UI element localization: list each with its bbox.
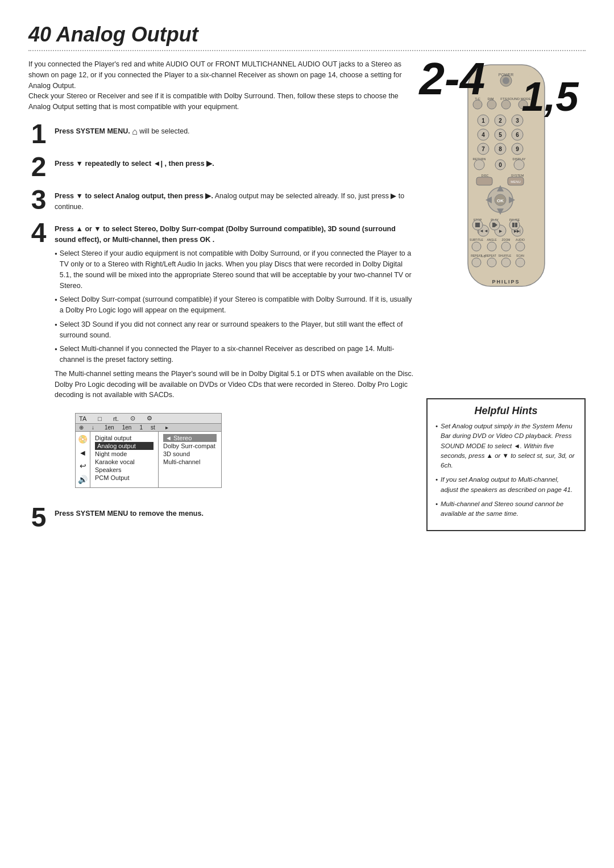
step-numbers-1-5: 1,5 [521,76,578,117]
svg-text:DISC: DISC [481,174,488,177]
svg-text:REPEAT: REPEAT [485,254,496,257]
svg-point-71 [501,242,511,251]
svg-rect-59 [475,223,480,227]
svg-rect-39 [476,177,492,185]
step-number-3: 3 [28,186,49,214]
step-4-bullets: Select Stereo if your audio equipment is… [55,248,415,365]
left-column: If you connected the Player's red and wh… [28,59,415,531]
helpful-hints-box: Helpful Hints Set Analog output simply i… [426,398,586,531]
svg-text:9: 9 [516,146,519,152]
step-2: 2 Press ▼ repeatedly to select ◄| , then… [28,153,415,181]
menu-left-options: Digital output Analog output Night mode … [90,432,159,487]
menu-right-options: ◄ Stereo Dolby Surr-compat 3D sound Mult… [159,432,221,487]
svg-point-3 [503,77,509,84]
svg-text:1: 1 [482,118,485,124]
step-number-2: 2 [28,153,49,181]
svg-point-78 [472,258,481,267]
svg-text:0: 0 [499,162,502,168]
svg-text:OK: OK [497,198,504,203]
svg-point-79 [487,258,496,267]
svg-text:7: 7 [482,146,485,152]
svg-point-36 [514,160,524,170]
step-number-1: 1 [28,120,49,148]
menu-icons: 📀 ◄ ↩ 🔊 [76,432,90,487]
svg-text:4: 4 [482,132,485,138]
svg-text:ANGLE: ANGLE [487,238,497,241]
svg-point-80 [501,258,511,267]
svg-point-33 [474,160,484,170]
svg-text:SUBTITLE: SUBTITLE [470,238,484,241]
svg-text:POWER: POWER [498,73,513,77]
svg-text:SHUFFLE: SHUFFLE [498,254,511,257]
svg-text:8: 8 [499,146,502,152]
svg-rect-63 [512,223,515,227]
step-number-5: 5 [28,504,49,531]
helpful-hints-title: Helpful Hints [435,405,576,417]
svg-text:PHILIPS: PHILIPS [492,279,520,285]
menu-header: TA □ rt. ⊙ ⚙ [76,414,221,424]
page-title: 40 Analog Output [28,23,586,47]
svg-text:AUDIO: AUDIO [516,238,525,241]
svg-text:ZOOM: ZOOM [501,238,510,241]
hint-1: Set Analog output simply in the System M… [435,422,576,470]
svg-point-70 [487,242,496,251]
hint-3: Multi-channel and Stereo sound cannot be… [435,499,576,519]
bullet-dolby-surr: Select Dolby Surr-compat (surround compa… [55,294,415,316]
svg-text:SCAN: SCAN [516,254,524,257]
multi-channel-note: The Multi-channel setting means the Play… [55,369,415,400]
svg-text:3: 3 [516,118,519,124]
step-2-content: Press ▼ repeatedly to select ◄| , then p… [55,153,214,169]
svg-point-81 [516,258,525,267]
svg-point-10 [487,100,496,109]
step-4-content: Press ▲ or ▼ to select Stereo, Dolby Sur… [55,219,415,400]
svg-text:A-B: A-B [480,254,486,258]
step-1-content: Press SYSTEM MENU. ⌂ will be selected. [55,120,190,139]
step-5-content: Press SYSTEM MENU to remove the menus. [55,504,204,519]
svg-text:2: 2 [499,118,502,124]
svg-point-11 [501,100,511,109]
hint-2: If you set Analog output to Multi-channe… [435,475,576,495]
bullet-multi: Select Multi-channel if you connected th… [55,344,415,365]
svg-rect-64 [515,223,517,227]
bullet-stereo: Select Stereo if your audio equipment is… [55,248,415,291]
hints-list: Set Analog output simply in the System M… [435,422,576,519]
menu-screenshot: TA □ rt. ⊙ ⚙ ⊕↓1en1en1st▸ 📀 ◄ ↩ 🔊 [55,406,415,496]
intro-paragraph: If you connected the Player's red and wh… [28,59,415,112]
step-4: 4 Press ▲ or ▼ to select Stereo, Dolby S… [28,219,415,400]
svg-text:5: 5 [499,132,502,138]
remote-control-wrap: 2-4 1,5 POWER T-C DIM FTS SOUND MODE [451,59,562,299]
svg-text:MENU: MENU [511,180,521,183]
step-number-4: 4 [28,219,49,247]
step-numbers-2-4: 2-4 [420,56,486,102]
step-3-content: Press ▼ to select Analog output, then pr… [55,186,415,212]
step-5: 5 Press SYSTEM MENU to remove the menus. [28,504,415,531]
svg-point-69 [472,242,481,251]
step-1: 1 Press SYSTEM MENU. ⌂ will be selected. [28,120,415,148]
svg-text:6: 6 [516,132,519,138]
section-divider [28,50,586,51]
menu-body: 📀 ◄ ↩ 🔊 Digital output Analog output Nig… [76,432,221,487]
svg-text:SYSTEM: SYSTEM [511,174,524,177]
step-3: 3 Press ▼ to select Analog output, then … [28,186,415,214]
bullet-3d: Select 3D Sound if you did not connect a… [55,319,415,341]
svg-point-72 [516,242,525,251]
right-column: 2-4 1,5 POWER T-C DIM FTS SOUND MODE [426,59,586,531]
